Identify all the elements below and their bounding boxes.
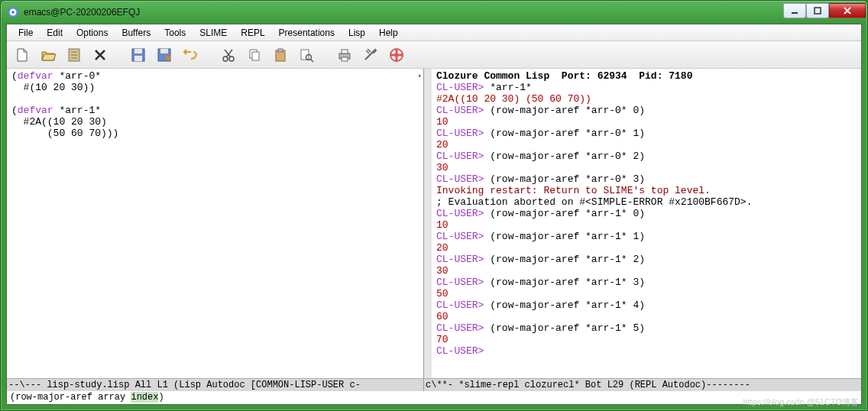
split-panes: (defvar *arr-0* #(10 20 30)) (defvar *ar… <box>7 69 861 378</box>
right-pane: Clozure Common Lisp Port: 62934 Pid: 718… <box>424 69 861 378</box>
print-icon[interactable] <box>335 46 354 64</box>
help-icon[interactable] <box>387 46 406 64</box>
open-file-icon[interactable] <box>39 46 57 64</box>
menu-presentations[interactable]: Presentations <box>272 26 342 40</box>
new-file-icon[interactable] <box>13 46 31 64</box>
menu-edit[interactable]: Edit <box>40 26 70 40</box>
menu-slime[interactable]: SLIME <box>193 26 234 40</box>
svg-rect-13 <box>160 49 168 53</box>
echo-pre: (row-major-aref array <box>10 392 131 403</box>
svg-point-14 <box>223 57 228 61</box>
window-controls <box>783 3 866 18</box>
window-frame: emacs@PC-20200206EFQJ FileEditOptionsBuf… <box>0 0 868 411</box>
close-button[interactable] <box>829 3 866 18</box>
copy-icon[interactable] <box>245 46 264 64</box>
svg-rect-24 <box>342 50 348 53</box>
watermark: https://blog.csdn @51CTO博客 <box>743 396 859 408</box>
svg-rect-3 <box>792 12 798 14</box>
save-icon[interactable] <box>129 46 147 64</box>
menu-buffers[interactable]: Buffers <box>115 26 157 40</box>
svg-point-2 <box>11 11 15 14</box>
client-area: FileEditOptionsBuffersToolsSLIMEREPLPres… <box>6 24 862 405</box>
dired-icon[interactable] <box>65 46 83 64</box>
svg-point-15 <box>229 57 234 61</box>
app-icon <box>7 6 19 18</box>
scroll-up-icon[interactable]: ▴ <box>418 70 422 82</box>
minimize-button[interactable] <box>783 3 806 18</box>
modeline-left[interactable]: --\--- lisp-study.lisp All L1 (Lisp Auto… <box>7 378 424 391</box>
save-as-icon[interactable] <box>155 46 173 64</box>
menu-options[interactable]: Options <box>70 26 115 40</box>
kill-buffer-icon[interactable] <box>91 46 109 64</box>
svg-line-22 <box>311 60 313 62</box>
echo-highlight: index <box>131 392 158 403</box>
echo-post: ) <box>158 392 164 403</box>
menu-help[interactable]: Help <box>372 26 405 40</box>
svg-rect-19 <box>278 49 283 52</box>
menu-bar: FileEditOptionsBuffersToolsSLIMEREPLPres… <box>7 24 861 41</box>
editor-buffer[interactable]: (defvar *arr-0* #(10 20 30)) (defvar *ar… <box>7 69 423 378</box>
preferences-icon[interactable] <box>361 46 380 64</box>
left-pane: (defvar *arr-0* #(10 20 30)) (defvar *ar… <box>7 69 424 378</box>
svg-rect-4 <box>815 8 821 14</box>
menu-file[interactable]: File <box>11 26 40 40</box>
svg-rect-25 <box>342 57 348 61</box>
repl-buffer[interactable]: Clozure Common Lisp Port: 62934 Pid: 718… <box>424 69 861 378</box>
modeline-row: --\--- lisp-study.lisp All L1 (Lisp Auto… <box>7 378 861 391</box>
cut-icon[interactable] <box>219 46 238 64</box>
toolbar <box>7 41 861 69</box>
titlebar[interactable]: emacs@PC-20200206EFQJ <box>1 1 867 24</box>
menu-repl[interactable]: REPL <box>234 26 271 40</box>
search-icon[interactable] <box>297 46 316 64</box>
window-title: emacs@PC-20200206EFQJ <box>24 7 783 18</box>
svg-rect-10 <box>134 49 142 53</box>
modeline-right[interactable]: c\**- *slime-repl clozurecl* Bot L29 (RE… <box>424 378 861 391</box>
paste-icon[interactable] <box>271 46 290 64</box>
maximize-button[interactable] <box>806 3 829 18</box>
svg-rect-11 <box>134 56 142 61</box>
undo-icon[interactable] <box>181 46 199 64</box>
menu-tools[interactable]: Tools <box>157 26 193 40</box>
echo-area: (row-major-aref array index) <box>7 391 861 404</box>
svg-rect-17 <box>252 52 259 60</box>
svg-point-27 <box>394 53 399 57</box>
menu-lisp[interactable]: Lisp <box>342 26 372 40</box>
